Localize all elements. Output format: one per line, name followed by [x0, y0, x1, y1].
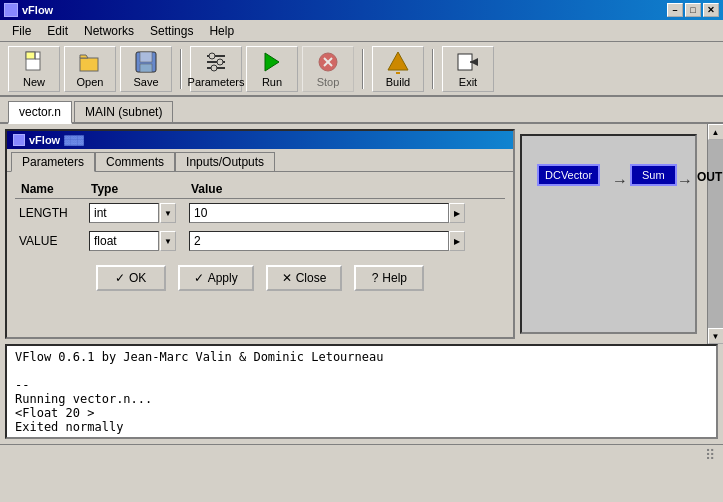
parameters-button[interactable]: Parameters — [190, 46, 242, 92]
open-button[interactable]: Open — [64, 46, 116, 92]
col-type: Type — [85, 180, 185, 199]
param-type-length: int ▼ — [85, 199, 185, 228]
window-title: vFlow — [22, 4, 53, 16]
dialog-tab-parameters[interactable]: Parameters — [11, 152, 95, 172]
apply-icon: ✓ — [194, 271, 204, 285]
dialog-title-bar: vFlow ▓▓▓ — [7, 131, 513, 149]
resize-grip: ⠿ — [705, 447, 715, 463]
output-label: OUTPUT — [697, 170, 723, 184]
network-canvas: DCVector → Sum → OUTPUT — [520, 134, 697, 334]
svg-rect-2 — [80, 58, 98, 71]
svg-marker-17 — [388, 52, 408, 70]
node-dcvector[interactable]: DCVector — [537, 164, 600, 186]
dialog-tab-inputs-outputs[interactable]: Inputs/Outputs — [175, 152, 275, 171]
stop-button[interactable]: Stop — [302, 46, 354, 92]
title-bar: vFlow – □ ✕ — [0, 0, 723, 20]
param-name-length: LENGTH — [15, 199, 85, 228]
app-icon — [4, 3, 18, 17]
svg-point-10 — [209, 53, 215, 59]
svg-marker-13 — [265, 53, 279, 71]
svg-rect-6 — [140, 64, 152, 72]
param-type-value: float ▼ — [85, 227, 185, 255]
params-icon — [204, 50, 228, 74]
svg-point-11 — [217, 59, 223, 65]
new-button[interactable]: New — [8, 46, 60, 92]
param-value-btn-value[interactable]: ▶ — [449, 231, 465, 251]
exit-button[interactable]: Exit — [442, 46, 494, 92]
param-value-cell-value: ▶ — [185, 227, 505, 255]
scroll-track — [708, 140, 724, 328]
svg-rect-1 — [26, 52, 35, 59]
ok-icon: ✓ — [115, 271, 125, 285]
stop-icon — [316, 50, 340, 74]
toolbar-sep3 — [432, 49, 434, 89]
close-button-dialog[interactable]: ✕ Close — [266, 265, 343, 291]
type-value-value: float — [89, 231, 159, 251]
menu-bar: File Edit Networks Settings Help — [0, 20, 723, 42]
new-icon — [22, 50, 46, 74]
status-bar: ⠿ — [0, 444, 723, 464]
network-arrow1: → — [612, 172, 628, 190]
param-table: Name Type Value LENGTH int ▼ — [15, 180, 505, 255]
maximize-button[interactable]: □ — [685, 3, 701, 17]
open-icon — [78, 50, 102, 74]
build-button[interactable]: Build — [372, 46, 424, 92]
svg-marker-3 — [80, 55, 88, 58]
param-value-input-value[interactable] — [189, 231, 449, 251]
output-log: VFlow 0.6.1 by Jean-Marc Valin & Dominic… — [5, 344, 718, 439]
param-row-value: VALUE float ▼ ▶ — [15, 227, 505, 255]
toolbar-sep1 — [180, 49, 182, 89]
exit-icon — [456, 50, 480, 74]
menu-networks[interactable]: Networks — [76, 22, 142, 40]
close-button[interactable]: ✕ — [703, 3, 719, 17]
svg-point-12 — [211, 65, 217, 71]
type-arrow-value[interactable]: ▼ — [160, 231, 176, 251]
col-value: Value — [185, 180, 505, 199]
param-value-btn-length[interactable]: ▶ — [449, 203, 465, 223]
scroll-down-button[interactable]: ▼ — [708, 328, 724, 344]
scrollbar-vertical: ▲ ▼ — [707, 124, 723, 344]
scroll-up-button[interactable]: ▲ — [708, 124, 724, 140]
tabs-row: vector.n MAIN (subnet) — [0, 97, 723, 124]
build-icon — [386, 50, 410, 74]
dialog-buttons: ✓ OK ✓ Apply ✕ Close ? Help — [15, 255, 505, 299]
dialog-icon — [13, 134, 25, 146]
toolbar: New Open Save — [0, 42, 723, 97]
tab-main-subnet[interactable]: MAIN (subnet) — [74, 101, 173, 122]
ok-button[interactable]: ✓ OK — [96, 265, 166, 291]
param-value-input-length[interactable] — [189, 203, 449, 223]
type-arrow-length[interactable]: ▼ — [160, 203, 176, 223]
svg-rect-19 — [458, 54, 472, 70]
dialog-panel: vFlow ▓▓▓ Parameters Comments Inputs/Out… — [5, 129, 515, 339]
col-name: Name — [15, 180, 85, 199]
menu-edit[interactable]: Edit — [39, 22, 76, 40]
param-row-length: LENGTH int ▼ ▶ — [15, 199, 505, 228]
dialog-tab-comments[interactable]: Comments — [95, 152, 175, 171]
svg-rect-18 — [396, 72, 400, 74]
param-value-cell-length: ▶ — [185, 199, 505, 228]
toolbar-sep2 — [362, 49, 364, 89]
menu-settings[interactable]: Settings — [142, 22, 201, 40]
save-button[interactable]: Save — [120, 46, 172, 92]
tab-vector[interactable]: vector.n — [8, 101, 72, 124]
node-sum[interactable]: Sum — [630, 164, 677, 186]
svg-rect-5 — [140, 52, 152, 62]
dialog-title-text: vFlow — [29, 134, 60, 146]
dialog-content: Name Type Value LENGTH int ▼ — [7, 172, 513, 307]
help-icon: ? — [372, 271, 379, 285]
apply-button[interactable]: ✓ Apply — [178, 265, 254, 291]
save-icon — [134, 50, 158, 74]
run-button[interactable]: Run — [246, 46, 298, 92]
help-button[interactable]: ? Help — [354, 265, 424, 291]
menu-help[interactable]: Help — [201, 22, 242, 40]
close-icon: ✕ — [282, 271, 292, 285]
minimize-button[interactable]: – — [667, 3, 683, 17]
menu-file[interactable]: File — [4, 22, 39, 40]
run-icon — [260, 50, 284, 74]
network-arrow2: → — [677, 172, 693, 190]
dialog-tabs: Parameters Comments Inputs/Outputs — [7, 149, 513, 172]
type-value-length: int — [89, 203, 159, 223]
param-name-value: VALUE — [15, 227, 85, 255]
